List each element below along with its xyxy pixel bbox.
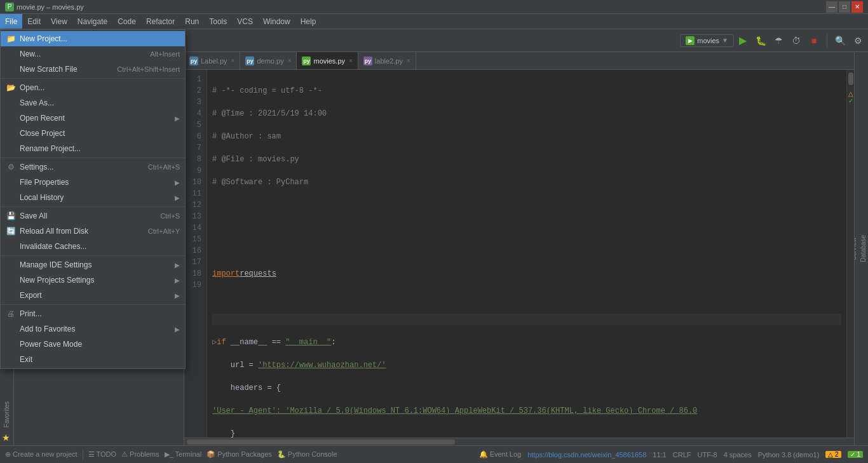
menu-local-history[interactable]: Local History ▶: [1, 190, 185, 205]
menu-view[interactable]: View: [46, 14, 72, 29]
menu-refactor[interactable]: Refactor: [141, 14, 180, 29]
minimize-button[interactable]: —: [826, 1, 837, 13]
tab-demo-py[interactable]: py demo.py ×: [240, 52, 297, 70]
line-ending[interactable]: CRLF: [673, 451, 691, 459]
print-icon: 🖨: [6, 309, 16, 319]
right-sidebar: Database SciView: [854, 52, 868, 445]
open-icon: 📂: [6, 83, 16, 93]
menu-file[interactable]: File: [0, 14, 22, 29]
projects-settings-icon: [6, 275, 16, 285]
tab-lable2-py[interactable]: py lable2.py ×: [358, 52, 416, 70]
menu-power-save[interactable]: Power Save Mode: [1, 337, 185, 352]
code-content[interactable]: # -*- coding = utf-8 -*- # @Time : 2021/…: [207, 70, 846, 438]
menu-new-projects-settings[interactable]: New Projects Settings ▶: [1, 272, 185, 288]
new-project-icon: 📁: [6, 34, 16, 44]
menu-save-as[interactable]: Save As...: [1, 95, 185, 111]
menu-new[interactable]: New... Alt+Insert: [1, 46, 185, 62]
manage-ide-icon: [6, 260, 16, 270]
menu-new-scratch[interactable]: New Scratch File Ctrl+Alt+Shift+Insert: [1, 62, 185, 77]
menu-navigate[interactable]: Navigate: [72, 14, 112, 29]
menu-close-project[interactable]: Close Project: [1, 126, 185, 141]
todo-tab[interactable]: ☰ TODO: [88, 450, 116, 459]
encoding[interactable]: UTF-8: [697, 451, 717, 459]
menu-print[interactable]: 🖨 Print...: [1, 306, 185, 321]
indent-spaces[interactable]: 4 spaces: [724, 451, 752, 459]
maximize-button[interactable]: □: [839, 1, 850, 13]
stop-button[interactable]: ■: [806, 33, 822, 48]
profile-button[interactable]: ⏱: [789, 33, 804, 48]
file-dropdown-menu: 📁 New Project... New... Alt+Insert New S…: [0, 29, 186, 369]
terminal-tab[interactable]: ▶_ Terminal: [165, 450, 202, 459]
tab-close-movies[interactable]: ×: [349, 57, 353, 64]
menu-bar: File Edit View Navigate Code Refactor Ru…: [0, 14, 868, 29]
run-button[interactable]: ▶: [735, 33, 750, 48]
code-editor: 12345678910111213141516171819 # -*- codi…: [184, 70, 854, 438]
menu-add-to-favorites[interactable]: Add to Favorites ▶: [1, 321, 185, 337]
database-tab[interactable]: Database: [858, 230, 868, 267]
menu-export[interactable]: Export ▶: [1, 288, 185, 303]
tab-close-demo[interactable]: ×: [288, 57, 292, 64]
settings-icon: ⚙: [6, 162, 16, 172]
menu-code[interactable]: Code: [112, 14, 141, 29]
code-line-3: # @Author : sam: [212, 131, 841, 142]
menu-open[interactable]: 📂 Open...: [1, 80, 185, 95]
tab-movies-py[interactable]: py movies.py ×: [297, 52, 358, 70]
menu-window[interactable]: Window: [258, 14, 295, 29]
menu-file-properties[interactable]: File Properties ▶: [1, 175, 185, 190]
editor-tabs: py Label.py × py demo.py × py movies.py …: [184, 52, 854, 70]
menu-settings[interactable]: ⚙ Settings... Ctrl+Alt+S: [1, 159, 185, 175]
problems-tab[interactable]: ⚠ Problems: [121, 450, 159, 459]
save-all-icon: 💾: [6, 211, 16, 221]
menu-exit[interactable]: Exit: [1, 352, 185, 367]
python-packages-tab[interactable]: 📦 Python Packages: [207, 450, 272, 459]
tab-label-py[interactable]: py Label.py ×: [184, 52, 240, 70]
run-config-selector[interactable]: ▶ movies ▼: [680, 34, 734, 47]
reload-icon: 🔄: [6, 226, 16, 236]
menu-reload-all[interactable]: 🔄 Reload All from Disk Ctrl+Alt+Y: [1, 224, 185, 239]
sciview-tab[interactable]: SciView: [854, 232, 858, 265]
close-button[interactable]: ✕: [851, 1, 863, 13]
tab-close-lable2[interactable]: ×: [407, 57, 410, 64]
power-save-icon: [6, 339, 16, 349]
cache-icon: [6, 241, 16, 252]
settings-gear-button[interactable]: ⚙: [850, 33, 865, 48]
menu-new-project[interactable]: 📁 New Project...: [1, 31, 185, 46]
code-line-8: [212, 245, 841, 257]
event-log-link[interactable]: 🔔 Event Log: [479, 450, 522, 459]
code-line-12: ▷if __name__ == "__main__":: [212, 337, 841, 348]
error-badge: ✓ 1: [848, 451, 863, 458]
debug-button[interactable]: 🐛: [753, 33, 768, 48]
menu-vcs[interactable]: VCS: [232, 14, 258, 29]
tab-icon-label: py: [189, 57, 198, 65]
menu-save-all[interactable]: 💾 Save All Ctrl+S: [1, 208, 185, 224]
menu-edit[interactable]: Edit: [22, 14, 46, 29]
code-line-7: [212, 222, 841, 234]
menu-rename-project[interactable]: Rename Project...: [1, 141, 185, 156]
vertical-scrollbar[interactable]: △ ✓: [846, 70, 854, 438]
favorites-tab[interactable]: Favorites: [2, 396, 11, 433]
editor-area: py Label.py × py demo.py × py movies.py …: [184, 52, 854, 445]
menu-invalidate-caches[interactable]: Invalidate Caches...: [1, 239, 185, 254]
new-icon: [6, 49, 16, 59]
save-as-icon: [6, 98, 16, 108]
tab-close-label[interactable]: ×: [231, 57, 235, 64]
history-icon: [6, 192, 16, 203]
menu-help[interactable]: Help: [295, 14, 322, 29]
menu-tools[interactable]: Tools: [204, 14, 232, 29]
menu-manage-ide[interactable]: Manage IDE Settings ▶: [1, 257, 185, 272]
warning-badge: △ 2: [825, 451, 841, 458]
menu-open-recent[interactable]: Open Recent ▶: [1, 111, 185, 126]
csdn-url: https://blog.csdn.net/weixin_45861658: [527, 451, 646, 459]
code-line-10: [212, 291, 841, 302]
cursor-position: 11:1: [653, 451, 666, 459]
rename-icon: [6, 144, 16, 154]
tab-icon-demo: py: [245, 57, 254, 65]
create-project-link[interactable]: ⊕ Create a new project: [5, 450, 78, 459]
export-icon: [6, 290, 16, 300]
python-version[interactable]: Python 3.8 (demo1): [758, 451, 820, 459]
python-console-tab[interactable]: 🐍 Python Console: [277, 450, 337, 459]
search-everywhere-button[interactable]: 🔍: [832, 33, 848, 48]
h-scrollbar[interactable]: [184, 438, 854, 445]
menu-run[interactable]: Run: [180, 14, 204, 29]
coverage-button[interactable]: ☂: [771, 33, 786, 48]
